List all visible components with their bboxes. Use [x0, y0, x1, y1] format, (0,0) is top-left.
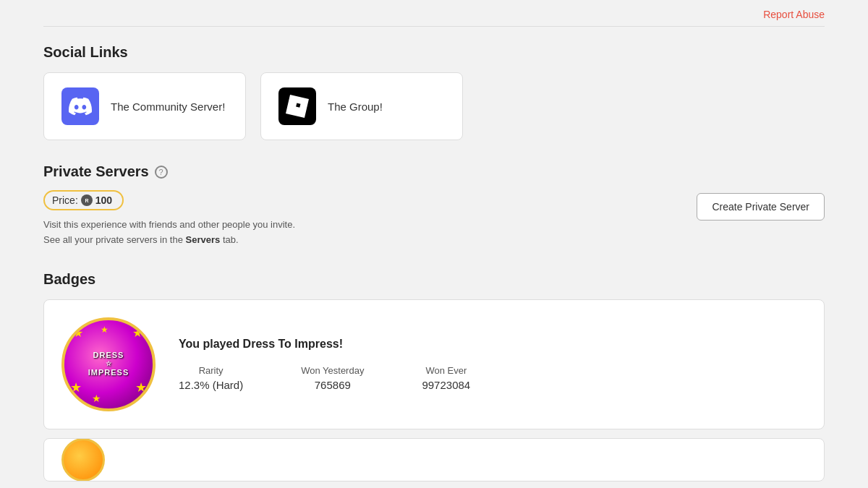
badge-stat-won-ever: Won Ever 99723084: [422, 365, 470, 391]
top-bar: Report Abuse: [43, 0, 825, 27]
badges-title: Badges: [43, 271, 825, 288]
badges-section: Badges ★ ★ ★ ★ ★ ★ DRESS ☆ IMPRESS: [43, 271, 825, 481]
servers-description: Visit this experience with friends and o…: [43, 218, 697, 248]
badge-won-yesterday-value: 765869: [301, 379, 364, 391]
badge-won-yesterday-label: Won Yesterday: [301, 365, 364, 376]
description-line1: Visit this experience with friends and o…: [43, 218, 697, 233]
social-card-discord[interactable]: The Community Server!: [43, 72, 246, 140]
private-servers-header: Private Servers ?: [43, 163, 825, 180]
robux-icon: R: [81, 194, 93, 206]
roblox-card-label: The Group!: [328, 100, 383, 113]
svg-text:R: R: [85, 198, 88, 203]
badge-won-ever-label: Won Ever: [422, 365, 470, 376]
discord-card-label: The Community Server!: [111, 100, 225, 113]
social-links-title: Social Links: [43, 44, 825, 61]
badge-stats: Rarity 12.3% (Hard) Won Yesterday 765869…: [179, 365, 807, 391]
private-servers-help-icon[interactable]: ?: [155, 166, 168, 179]
private-servers-info: Price: R 100 Visit this experience with …: [43, 190, 697, 248]
badge-title: You played Dress To Impress!: [179, 338, 807, 351]
badge-won-ever-value: 99723084: [422, 379, 470, 391]
social-links-container: The Community Server! The Group!: [43, 72, 825, 140]
page-container: Report Abuse Social Links The Community …: [0, 0, 868, 481]
badge-card-0: ★ ★ ★ ★ ★ ★ DRESS ☆ IMPRESS You played D…: [43, 299, 825, 429]
badge-card-partial: [43, 438, 825, 481]
report-abuse-link[interactable]: Report Abuse: [763, 9, 825, 20]
social-links-section: Social Links The Community Server!: [43, 44, 825, 140]
badge-image: ★ ★ ★ ★ ★ ★ DRESS ☆ IMPRESS: [61, 317, 156, 411]
badge-stat-rarity: Rarity 12.3% (Hard): [179, 365, 243, 391]
discord-icon: [61, 87, 99, 125]
create-private-server-button[interactable]: Create Private Server: [697, 193, 825, 221]
badge-stat-won-yesterday: Won Yesterday 765869: [301, 365, 364, 391]
servers-tab-link[interactable]: Servers: [186, 234, 221, 245]
price-amount: 100: [95, 194, 112, 206]
private-servers-body: Price: R 100 Visit this experience with …: [43, 190, 825, 248]
social-card-roblox[interactable]: The Group!: [260, 72, 463, 140]
badge-rarity-value: 12.3% (Hard): [179, 379, 243, 391]
badge-circle: ★ ★ ★ ★ ★ ★ DRESS ☆ IMPRESS: [61, 317, 156, 411]
price-badge: Price: R 100: [43, 190, 124, 210]
badge-circle-partial: [61, 438, 105, 481]
badge-inner-text: DRESS ☆ IMPRESS: [88, 351, 129, 377]
price-label: Price:: [52, 194, 78, 206]
badge-rarity-label: Rarity: [179, 365, 243, 376]
badge-content: You played Dress To Impress! Rarity 12.3…: [179, 338, 807, 391]
roblox-icon: [278, 87, 316, 125]
private-servers-title: Private Servers: [43, 163, 149, 180]
private-servers-section: Private Servers ? Price: R 100: [43, 163, 825, 248]
description-line2: See all your private servers in the Serv…: [43, 233, 697, 248]
